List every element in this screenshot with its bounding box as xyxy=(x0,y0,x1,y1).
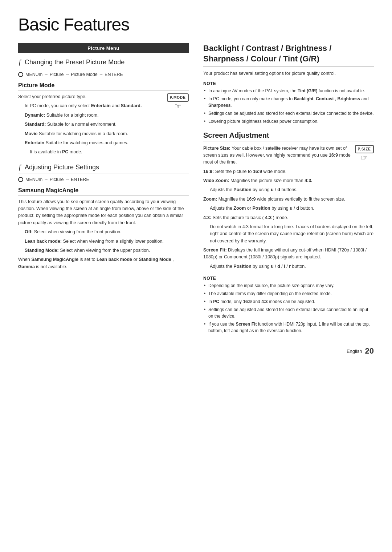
menu-path-text-1: MENUm → Picture → Picture Mode → ENTERE xyxy=(25,72,123,77)
entertain-text: Entertain Suitable for watching movies a… xyxy=(25,140,189,146)
screen-adjustment-title: Screen Adjustment xyxy=(203,131,374,141)
menu-path-text-2: MENUm → Picture → ENTERE xyxy=(25,177,89,182)
zoom-adjusts: Adjusts the Zoom or Position by using u … xyxy=(210,205,374,212)
standing-bold2: Standing Mode xyxy=(139,257,171,262)
43-warning: Do not watch in 4:3 format for a long ti… xyxy=(210,223,374,245)
pmode-label: P.MODE xyxy=(170,96,186,100)
picture-menu-bar: Picture Menu xyxy=(18,43,189,53)
available-pc: PC xyxy=(62,149,68,154)
screen-adjustment-content: P.SIZE ☞ Picture Size: Your cable box / … xyxy=(203,145,374,273)
position-bold-1: Position xyxy=(233,187,251,192)
entertain-bold2: Entertain xyxy=(25,140,44,145)
wide-zoom-desc: Magnifies the picture size more than xyxy=(230,178,305,183)
lean-back-bold2: Lean back mode xyxy=(97,257,132,262)
backlight-section-title: Backlight / Contrast / Brightness / Shar… xyxy=(203,43,374,67)
circle-icon-1 xyxy=(18,72,23,77)
page-title: Basic Features xyxy=(18,15,374,35)
backlight-note-1: In analogue AV modes of the PAL system, … xyxy=(203,88,374,94)
screen-note-1: Depending on the input source, the pictu… xyxy=(203,282,374,289)
page-footer: English 20 xyxy=(18,346,374,356)
psize-icon-box: P.SIZE xyxy=(355,145,374,153)
43-desc2: ) mode. xyxy=(273,215,288,220)
d-btn-3: d xyxy=(277,264,280,269)
lean-back-bold: Lean back mode: xyxy=(25,239,62,244)
left-column: Picture Menu ƒ Changing the Preset Pictu… xyxy=(18,43,189,335)
pmode-icon-wrapper: P.MODE ☞ xyxy=(167,93,189,111)
standing-mode-text: Standing Mode: Select when viewing from … xyxy=(25,247,189,254)
movie-desc: Suitable for watching movies in a dark r… xyxy=(39,131,128,136)
169-wide: wide mode. xyxy=(263,169,286,174)
section-changing-heading: ƒ Changing the Preset Picture Mode xyxy=(18,58,189,68)
u-btn-2: u xyxy=(290,206,293,211)
wide-zoom-43: 4:3. xyxy=(305,178,313,183)
gamma-bold: Gamma xyxy=(18,264,35,269)
available-mode: mode. xyxy=(70,149,82,154)
d-btn-1: d xyxy=(277,187,280,192)
r-btn-3: r xyxy=(289,264,291,269)
samsung-magic-title: Samsung MagicAngle xyxy=(18,187,189,196)
lean-back-desc: Select when viewing from a slightly lowe… xyxy=(63,239,164,244)
movie-bold: Movie xyxy=(25,131,37,136)
pc-and-text: and xyxy=(112,103,119,108)
adjusting-settings-heading: ƒ Adjusting Picture Settings xyxy=(18,163,189,173)
when-text1: When xyxy=(18,257,30,262)
screen-fit-bold: Screen Fit: xyxy=(203,247,227,253)
standard-bold-inline: Standard. xyxy=(121,103,142,108)
backlight-intro: Your product has several setting options… xyxy=(203,70,374,77)
italic-f-icon-2: ƒ xyxy=(18,163,22,172)
available-it: It is available in xyxy=(30,149,61,154)
l-btn-3: l xyxy=(284,264,285,269)
menu-path-2: MENUm → Picture → ENTERE xyxy=(18,177,189,182)
wide-zoom-text: Wide Zoom: Magnifies the picture size mo… xyxy=(203,177,374,184)
backlight-note-4: Lowering picture brightness reduces powe… xyxy=(203,118,374,125)
u-btn-1: u xyxy=(271,187,274,192)
adjusting-settings-label: Adjusting Picture Settings xyxy=(25,164,99,171)
backlight-notes: In analogue AV modes of the PAL system, … xyxy=(203,88,374,125)
screen-adj-notes: Depending on the input source, the pictu… xyxy=(203,282,374,334)
169-bold: 16:9: xyxy=(203,169,214,174)
samsung-magic-bold: Samsung MagicAngle xyxy=(31,257,78,262)
italic-f-icon: ƒ xyxy=(18,58,22,67)
psize-icon-wrapper: P.SIZE ☞ xyxy=(355,145,374,163)
zoom-desc2: wide pictures vertically to fit the scre… xyxy=(257,197,345,202)
screen-fit-adjusts: Adjusts the Position by using u / d / l … xyxy=(210,263,374,270)
screen-note-2: The available items may differ depending… xyxy=(203,290,374,297)
psize-label: P.SIZE xyxy=(358,147,371,151)
screen-fit-desc: Displays the full image without any cut-… xyxy=(203,247,367,259)
off-desc: Select when viewing from the front posit… xyxy=(34,229,122,234)
screen-note-3: In PC mode, only 16:9 and 4:3 modes can … xyxy=(203,298,374,305)
circle-icon-2 xyxy=(18,177,23,182)
u-btn-3: u xyxy=(271,264,274,269)
available-text: It is available in PC mode. xyxy=(30,149,189,156)
backlight-note-3: Settings can be adjusted and stored for … xyxy=(203,110,374,117)
off-bold: Off: xyxy=(25,229,33,234)
standard-desc: Suitable for a normal environment. xyxy=(47,122,117,127)
note-heading-1: NOTE xyxy=(203,81,374,86)
entertain-bold: Entertain xyxy=(91,103,111,108)
43-desc: Sets the picture to basic ( xyxy=(213,215,264,220)
standard-bold: Standard: xyxy=(25,122,46,127)
zoom-169: 16:9 xyxy=(247,197,256,202)
right-column: Backlight / Contrast / Brightness / Shar… xyxy=(203,43,374,335)
position-bold-2: Position xyxy=(252,206,270,211)
pc-mode-note: In PC mode, you can only select Entertai… xyxy=(25,102,189,109)
169-desc: Sets the picture to xyxy=(215,169,253,174)
picture-mode-title: Picture Mode xyxy=(18,82,189,90)
zoom-bold: Zoom: xyxy=(203,197,217,202)
169-text: 16:9: Sets the picture to 16:9 wide mode… xyxy=(203,168,374,175)
page-number: 20 xyxy=(365,346,374,356)
movie-text: Movie Suitable for watching movies in a … xyxy=(25,130,189,137)
samsung-gamma-note: When Samsung MagicAngle is set to Lean b… xyxy=(18,256,189,270)
wide-zoom-adjusts: Adjusts the Position by using u / d butt… xyxy=(210,186,374,193)
entertain-desc: Suitable for watching movies and games. xyxy=(46,140,128,145)
zoom-text: Zoom: Magnifies the 16:9 wide pictures v… xyxy=(203,196,374,203)
position-bold-3: Position xyxy=(233,264,251,269)
43-text: 4:3: Sets the picture to basic ( 4:3 ) m… xyxy=(203,214,374,221)
43-bold: 4:3: xyxy=(203,215,211,220)
169-bold2: 16:9 xyxy=(253,169,262,174)
picture-size-169: 16:9 xyxy=(329,153,338,158)
psize-hand-icon: ☞ xyxy=(361,153,368,163)
when-text2: is set to xyxy=(80,257,95,262)
picture-size-bold: Picture Size: xyxy=(203,146,230,151)
picture-mode-intro: Select your preferred picture type. xyxy=(18,93,189,100)
